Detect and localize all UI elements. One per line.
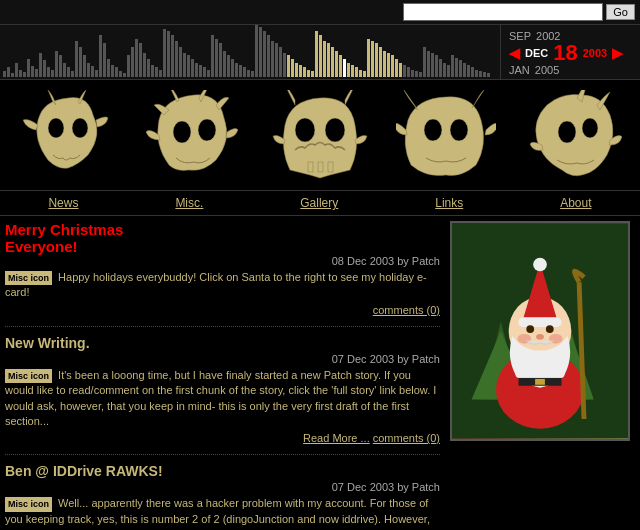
cal-bar[interactable]: [135, 39, 138, 77]
new-writing-comments-link[interactable]: comments (0): [373, 432, 440, 444]
cal-bar[interactable]: [95, 70, 98, 77]
cal-bar[interactable]: [287, 55, 290, 77]
cal-bar[interactable]: [51, 70, 54, 77]
cal-bar[interactable]: [195, 63, 198, 77]
cal-bar[interactable]: [483, 72, 486, 77]
cal-bar[interactable]: [207, 70, 210, 77]
cal-bar[interactable]: [143, 53, 146, 77]
cal-bar[interactable]: [139, 43, 142, 77]
cal-bar[interactable]: [315, 31, 318, 77]
go-button[interactable]: Go: [606, 4, 635, 20]
cal-bar[interactable]: [71, 71, 74, 77]
cal-bar[interactable]: [239, 65, 242, 77]
cal-bar[interactable]: [191, 59, 194, 77]
cal-bar[interactable]: [175, 41, 178, 77]
cal-bar[interactable]: [443, 63, 446, 77]
cal-bar[interactable]: [231, 59, 234, 77]
cal-bar[interactable]: [75, 41, 78, 77]
cal-bar[interactable]: [319, 35, 322, 77]
cal-bar[interactable]: [331, 47, 334, 77]
cal-bar[interactable]: [147, 59, 150, 77]
cal-bar[interactable]: [259, 27, 262, 77]
cal-bar[interactable]: [367, 39, 370, 77]
cal-bar[interactable]: [131, 47, 134, 77]
cal-bar[interactable]: [111, 65, 114, 77]
cal-bar[interactable]: [375, 43, 378, 77]
christmas-comments-link[interactable]: comments (0): [373, 304, 440, 316]
cal-bar[interactable]: [47, 67, 50, 77]
cal-bar[interactable]: [355, 67, 358, 77]
cal-bar[interactable]: [395, 59, 398, 77]
cal-bar[interactable]: [127, 55, 130, 77]
cal-bar[interactable]: [391, 55, 394, 77]
cal-bar[interactable]: [155, 67, 158, 77]
cal-bar[interactable]: [63, 63, 66, 77]
cal-bar[interactable]: [179, 47, 182, 77]
santa-image[interactable]: [450, 221, 630, 441]
cal-bar[interactable]: [275, 43, 278, 77]
cal-bar[interactable]: [99, 35, 102, 77]
cal-bar[interactable]: [327, 43, 330, 77]
cal-bar[interactable]: [347, 63, 350, 77]
cal-bar[interactable]: [295, 63, 298, 77]
cal-bar[interactable]: [3, 71, 6, 77]
cal-bar[interactable]: [299, 65, 302, 77]
cal-bar[interactable]: [151, 65, 154, 77]
cal-bar[interactable]: [439, 59, 442, 77]
cal-bar[interactable]: [431, 53, 434, 77]
cal-bar[interactable]: [219, 43, 222, 77]
cal-bar[interactable]: [115, 67, 118, 77]
cal-bar[interactable]: [427, 51, 430, 77]
cal-bar[interactable]: [243, 67, 246, 77]
cal-bar[interactable]: [59, 55, 62, 77]
cal-bar[interactable]: [7, 67, 10, 77]
nav-about[interactable]: About: [560, 196, 591, 210]
cal-bar[interactable]: [39, 53, 42, 77]
cal-bar[interactable]: [199, 65, 202, 77]
cal-bar[interactable]: [311, 71, 314, 77]
cal-bar[interactable]: [123, 73, 126, 77]
cal-bar[interactable]: [403, 65, 406, 77]
cal-bar[interactable]: [171, 35, 174, 77]
cal-bar[interactable]: [27, 59, 30, 77]
cal-bar[interactable]: [235, 63, 238, 77]
cal-bar[interactable]: [159, 70, 162, 77]
cal-bar[interactable]: [91, 66, 94, 77]
cal-bar[interactable]: [23, 72, 26, 77]
cal-bar[interactable]: [83, 55, 86, 77]
cal-bar[interactable]: [419, 72, 422, 77]
nav-news[interactable]: News: [48, 196, 78, 210]
search-input[interactable]: [403, 3, 603, 21]
cal-bar[interactable]: [223, 51, 226, 77]
cal-bar[interactable]: [323, 41, 326, 77]
cal-bar[interactable]: [283, 53, 286, 77]
cal-bar[interactable]: [383, 51, 386, 77]
cal-bar[interactable]: [31, 66, 34, 77]
cal-bar[interactable]: [423, 47, 426, 77]
cal-bar[interactable]: [163, 29, 166, 77]
cal-bar[interactable]: [167, 31, 170, 77]
cal-bar[interactable]: [335, 51, 338, 77]
cal-bar[interactable]: [35, 69, 38, 77]
cal-bar[interactable]: [371, 41, 374, 77]
cal-bar[interactable]: [343, 59, 346, 77]
read-more-link[interactable]: Read More ...: [303, 432, 370, 444]
cal-bar[interactable]: [43, 60, 46, 77]
cal-bar[interactable]: [387, 53, 390, 77]
cal-bar[interactable]: [363, 71, 366, 77]
cal-bar[interactable]: [451, 55, 454, 77]
cal-bar[interactable]: [351, 65, 354, 77]
cal-bar[interactable]: [87, 63, 90, 77]
nav-gallery[interactable]: Gallery: [300, 196, 338, 210]
cal-bar[interactable]: [359, 70, 362, 77]
cal-bar[interactable]: [79, 47, 82, 77]
cal-bar[interactable]: [339, 55, 342, 77]
cal-bar[interactable]: [279, 47, 282, 77]
cal-bar[interactable]: [255, 25, 258, 77]
cal-bar[interactable]: [487, 73, 490, 77]
cal-bar[interactable]: [475, 70, 478, 77]
cal-bar[interactable]: [15, 63, 18, 77]
cal-bar[interactable]: [303, 67, 306, 77]
cal-bar[interactable]: [307, 70, 310, 77]
cal-bar[interactable]: [263, 31, 266, 77]
